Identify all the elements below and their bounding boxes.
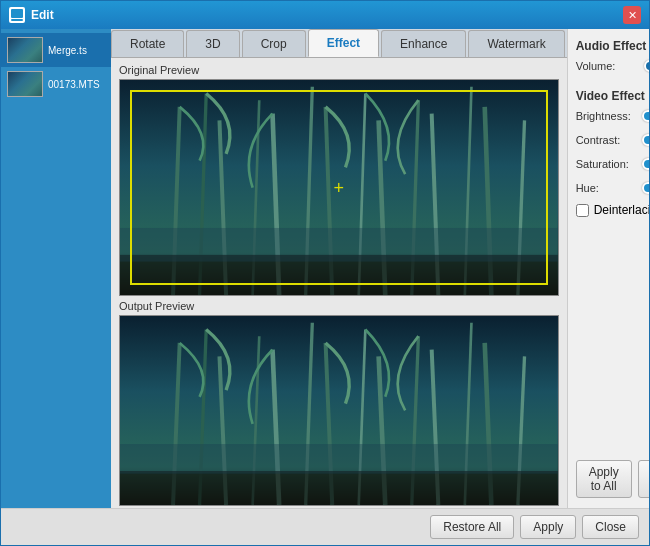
- sidebar-label-file: 00173.MTS: [48, 79, 100, 90]
- volume-row: Volume: 100% ▲ ▼: [576, 57, 649, 75]
- tab-watermark[interactable]: Watermark: [468, 30, 564, 57]
- hue-slider[interactable]: [645, 186, 649, 190]
- output-preview-label: Output Preview: [119, 300, 559, 312]
- svg-rect-35: [120, 444, 558, 474]
- sidebar-label-merge: Merge.ts: [48, 45, 87, 56]
- svg-rect-1: [11, 19, 23, 21]
- audio-effect-title: Audio Effect: [576, 39, 649, 53]
- svg-rect-0: [11, 9, 23, 18]
- restore-defaults-button[interactable]: Restore Defaults: [638, 460, 649, 498]
- sidebar-thumb-file: [7, 71, 43, 97]
- saturation-slider[interactable]: [645, 162, 649, 166]
- deinterlacing-label: Deinterlacing: [594, 203, 649, 217]
- deinterlacing-row: Deinterlacing: [576, 203, 649, 217]
- output-preview-video: [119, 315, 559, 506]
- saturation-thumb: [642, 158, 649, 170]
- sidebar-item-merge[interactable]: Merge.ts: [1, 33, 111, 67]
- contrast-row: Contrast: ▲ ▼: [576, 131, 649, 149]
- contrast-thumb: [642, 134, 649, 146]
- original-preview-label: Original Preview: [119, 64, 559, 76]
- video-area: Original Preview: [111, 58, 567, 508]
- original-preview-video: +: [119, 79, 559, 296]
- close-icon[interactable]: ✕: [623, 6, 641, 24]
- window-icon: [9, 7, 25, 23]
- tab-3d[interactable]: 3D: [186, 30, 239, 57]
- hue-thumb: [642, 182, 649, 194]
- main-content: Merge.ts 00173.MTS Rotate 3D Crop Effect…: [1, 29, 649, 508]
- restore-all-button[interactable]: Restore All: [430, 515, 514, 539]
- output-preview-section: Output Preview: [119, 300, 559, 506]
- deinterlacing-checkbox[interactable]: [576, 204, 589, 217]
- apply-button[interactable]: Apply: [520, 515, 576, 539]
- tab-rotate[interactable]: Rotate: [111, 30, 184, 57]
- sidebar-thumb-img-merge: [8, 38, 42, 62]
- action-buttons-top: Apply to All Restore Defaults: [576, 460, 649, 498]
- original-video-content: +: [120, 80, 558, 295]
- hue-label: Hue:: [576, 182, 641, 194]
- brightness-label: Brightness:: [576, 110, 641, 122]
- output-video-content: [120, 316, 558, 505]
- brightness-thumb: [642, 110, 649, 122]
- contrast-slider[interactable]: [645, 138, 649, 142]
- bottom-bar: Restore All Apply Close: [1, 508, 649, 545]
- original-video-svg: [120, 80, 558, 295]
- tab-enhance[interactable]: Enhance: [381, 30, 466, 57]
- sidebar-thumb-img-file: [8, 72, 42, 96]
- tab-effect[interactable]: Effect: [308, 29, 379, 57]
- edit-window: Edit ✕ Merge.ts 00173.MTS Rotate: [0, 0, 650, 546]
- contrast-label: Contrast:: [576, 134, 641, 146]
- output-video-svg: [120, 316, 558, 505]
- volume-label: Volume:: [576, 60, 641, 72]
- left-sidebar: Merge.ts 00173.MTS: [1, 29, 111, 508]
- sidebar-item-file[interactable]: 00173.MTS: [1, 67, 111, 101]
- audio-effect-section: Audio Effect Volume: 100% ▲ ▼: [576, 39, 649, 81]
- original-preview-section: Original Preview: [119, 64, 559, 296]
- close-button[interactable]: Close: [582, 515, 639, 539]
- hue-row: Hue: ▲ ▼: [576, 179, 649, 197]
- right-panel: Audio Effect Volume: 100% ▲ ▼ Video Ef: [567, 29, 649, 508]
- tabs-bar: Rotate 3D Crop Effect Enhance Watermark: [111, 29, 567, 58]
- svg-rect-34: [120, 471, 558, 505]
- volume-track[interactable]: [645, 64, 649, 68]
- tab-crop[interactable]: Crop: [242, 30, 306, 57]
- volume-track-thumb: [644, 60, 649, 72]
- apply-to-all-button[interactable]: Apply to All: [576, 460, 632, 498]
- window-title: Edit: [31, 8, 623, 22]
- brightness-slider[interactable]: [645, 114, 649, 118]
- brightness-row: Brightness: ▲ ▼: [576, 107, 649, 125]
- center-panel: Rotate 3D Crop Effect Enhance Watermark …: [111, 29, 567, 508]
- video-effect-title: Video Effect: [576, 89, 649, 103]
- saturation-label: Saturation:: [576, 158, 641, 170]
- video-effect-section: Video Effect Brightness: ▲ ▼: [576, 89, 649, 217]
- svg-rect-18: [120, 228, 558, 262]
- sidebar-thumb-merge: [7, 37, 43, 63]
- title-bar: Edit ✕: [1, 1, 649, 29]
- saturation-row: Saturation: ▲ ▼: [576, 155, 649, 173]
